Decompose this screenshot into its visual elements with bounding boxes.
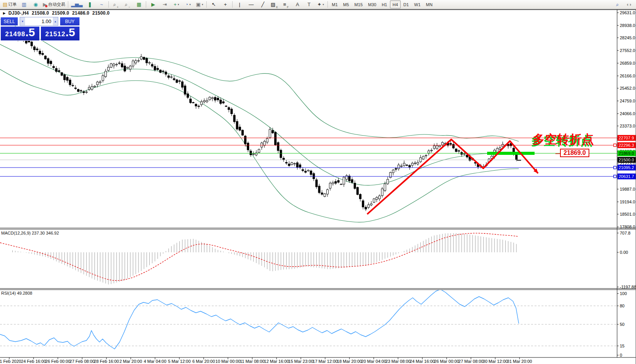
trendline-icon[interactable]: ╱	[257, 0, 268, 9]
price-badge-label: 21095.2	[619, 165, 634, 170]
level-callout-21869[interactable]: 21869.0	[560, 149, 589, 157]
time-tick-label: 28 Feb 16:00	[94, 359, 119, 364]
fibonacci-icon: ≡	[283, 2, 286, 7]
auto-scroll-icon[interactable]: ▶	[147, 0, 159, 9]
search-icon[interactable]: ⌕	[612, 0, 623, 9]
trend-zigzag[interactable]	[367, 139, 538, 214]
support-highlight-bar[interactable]	[487, 152, 535, 155]
rsi-tick-label: 80	[620, 304, 624, 308]
time-tick-label: 4 Mar 04:00	[144, 359, 167, 364]
timeframe-button-m30[interactable]: M30	[365, 0, 379, 8]
sell-button[interactable]: SELL	[0, 17, 18, 26]
fibonacci-icon[interactable]: ≡F	[280, 0, 292, 9]
chart-ohlc-header: ▸ DJ30-,H4 21508.0 21509.0 21486.0 21500…	[3, 10, 111, 16]
time-tick-label: 10 Mar 00:00	[216, 359, 241, 364]
equidistant-channel-icon-modifier: E	[276, 6, 278, 8]
equidistant-channel-icon[interactable]: ▨E	[268, 0, 280, 9]
timeframe-button-m1[interactable]: M1	[329, 0, 340, 8]
tile-windows-icon[interactable]: ▦	[133, 0, 145, 9]
timeframe-button-m15[interactable]: M15	[352, 0, 365, 8]
templates-icon[interactable]: ▣▾	[194, 0, 205, 9]
buy-price-main: 21512	[45, 30, 65, 38]
timeframe-button-w1[interactable]: W1	[412, 0, 423, 8]
price-tick-label: 28245.0	[620, 35, 635, 40]
buy-button[interactable]: BUY	[60, 17, 80, 26]
sell-price-box[interactable]: 21498 .5	[0, 26, 40, 41]
main-toolbar: ▤订单▥◉▶自动交易▂▅▃❚~⌕+⌕−▦▶⇥+▾◔▾▣▾↖+|—╱▨E≡FAT✦…	[0, 0, 636, 9]
time-axis: 21 Feb 202024 Feb 16:0026 Feb 00:0027 Fe…	[0, 357, 532, 364]
market-watch-icon: ▥	[22, 2, 26, 7]
text-label-icon[interactable]: T	[303, 0, 315, 9]
toolbar-separator	[232, 1, 233, 8]
arrows-icon[interactable]: ✦▾	[315, 0, 326, 9]
chat-icon: ◖◗	[626, 2, 632, 7]
bollinger-lower-band	[0, 69, 519, 222]
zoom-in-icon[interactable]: ⌕+	[110, 0, 121, 9]
time-tick-label: 18 Mar 20:00	[337, 359, 362, 364]
toolbar-separator	[108, 1, 109, 8]
price-badge-label: 20631.7	[619, 174, 634, 179]
line-chart-icon: ~	[100, 2, 103, 7]
zoom-out-icon: ⌕	[125, 2, 128, 7]
indicators-icon[interactable]: +▾	[170, 0, 182, 9]
price-badge-label: 22296.3	[619, 143, 634, 148]
arrows-icon: ✦	[317, 2, 322, 7]
chart-shift-icon[interactable]: ⇥	[159, 0, 170, 9]
rsi-indicator-label: RSI(14) 49.2808	[1, 291, 32, 295]
price-tick-label: 19194.0	[620, 200, 635, 204]
sell-price-frac: .5	[25, 27, 35, 38]
horizontal-line-icon[interactable]: —	[245, 0, 257, 9]
timeframe-button-d1[interactable]: D1	[401, 0, 412, 8]
rsi-pane	[0, 289, 617, 349]
timeframe-button-h4[interactable]: H4	[390, 0, 401, 8]
autotrading-button[interactable]: ▶自动交易	[41, 0, 67, 9]
macd-pane	[0, 233, 519, 284]
chat-icon[interactable]: ◖◗	[623, 0, 635, 9]
cursor-icon: ↖	[212, 2, 216, 7]
new-order-button[interactable]: ▤订单	[1, 0, 18, 9]
zoom-in-icon-modifier: +	[117, 6, 118, 8]
rsi-line	[0, 289, 519, 349]
ohlc-low: 21486.0	[72, 10, 89, 16]
price-tick-label: 25452.0	[620, 86, 635, 91]
chevron-down-icon: ▾	[202, 3, 203, 6]
crosshair-icon: +	[224, 2, 227, 7]
horizontal-line-icon: —	[249, 2, 254, 7]
symbol-name: DJ30-,H4	[8, 10, 29, 16]
timeframe-button-m5[interactable]: M5	[341, 0, 352, 8]
cursor-icon[interactable]: ↖	[208, 0, 219, 9]
vertical-line-icon[interactable]: |	[234, 0, 245, 9]
price-badge-label: 21500.0	[619, 158, 634, 162]
zoom-out-icon[interactable]: ⌕−	[121, 0, 133, 9]
timeframe-button-mn[interactable]: MN	[423, 0, 435, 8]
time-tick-label: 15 Mar 23:00	[288, 359, 314, 364]
chart-canvas[interactable]: 29631.028938.028245.027552.026859.026166…	[0, 9, 636, 364]
volume-decrease-button[interactable]: ▼	[20, 17, 25, 25]
trading-terminal: { "toolbar": { "order_label": "订单", "aut…	[0, 0, 636, 364]
volume-increase-button[interactable]: ▲	[53, 17, 58, 25]
price-tick-label: 26859.0	[620, 61, 635, 65]
time-tick-label: 26 Feb 00:00	[46, 359, 71, 364]
turning-point-annotation[interactable]: 多空转折点	[533, 131, 594, 148]
time-tick-label: 2 Mar 20:00	[120, 359, 142, 364]
webcast-icon[interactable]: ◉	[30, 0, 41, 9]
candlestick-chart-icon[interactable]: ❚	[84, 0, 96, 9]
market-watch-icon[interactable]: ▥	[18, 0, 30, 9]
price-tick-label: 27552.0	[620, 48, 635, 53]
price-badge-label: 22707.9	[619, 136, 634, 140]
toolbar-separator	[327, 1, 328, 8]
buy-price-box[interactable]: 21512 .5	[40, 26, 80, 41]
bar-chart-icon[interactable]: ▂▅▃	[69, 0, 84, 9]
volume-input[interactable]	[25, 17, 53, 25]
line-chart-icon[interactable]: ~	[96, 0, 107, 9]
time-tick-label: 30 Mar 12:00	[483, 359, 508, 364]
timeframe-button-h1[interactable]: H1	[379, 0, 390, 8]
text-icon[interactable]: A	[292, 0, 303, 9]
price-tick-label: 17808.0	[620, 225, 635, 229]
ohlc-close: 21500.0	[92, 10, 110, 16]
periods-icon[interactable]: ◔▾	[182, 0, 194, 9]
autotrading-status-dot	[45, 5, 47, 7]
indicators-icon: +	[174, 2, 177, 7]
crosshair-icon[interactable]: +	[219, 0, 231, 9]
bollinger-middle-band	[0, 44, 519, 185]
